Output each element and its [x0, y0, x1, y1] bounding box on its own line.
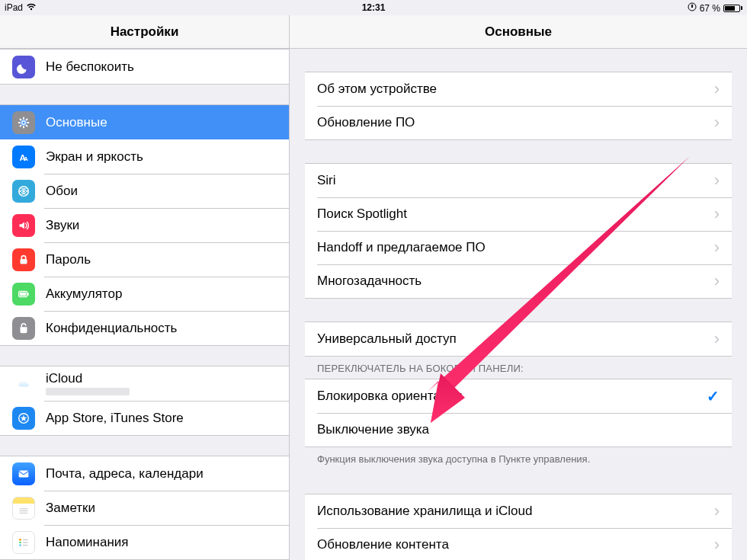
svg-text:A: A: [24, 155, 28, 162]
detail-row-label: Siri: [317, 173, 714, 188]
sidebar-item-label: Экран и яркость: [46, 149, 277, 165]
wifi-icon: [26, 2, 37, 13]
detail-row-multitasking[interactable]: Многозадачность›: [305, 264, 732, 298]
detail-row-label: Универсальный доступ: [317, 331, 714, 347]
chevron-right-icon: ›: [714, 238, 720, 258]
svg-rect-20: [27, 293, 29, 296]
sidebar-item-label: Конфиденциальность: [46, 321, 277, 336]
detail-row-label: Поиск Spotlight: [317, 206, 714, 222]
detail-pane: Основные Об этом устройстве›Обновление П…: [290, 15, 747, 560]
sidebar-item-label: Звуки: [46, 218, 277, 233]
chevron-right-icon: ›: [714, 79, 720, 99]
sidebar-item-general[interactable]: Основные: [0, 105, 289, 139]
chevron-right-icon: ›: [714, 329, 720, 349]
sidebar-item-wallpaper[interactable]: Обои: [0, 174, 289, 208]
svg-rect-24: [19, 470, 29, 477]
checkmark-icon: ✓: [707, 387, 720, 405]
lock-icon: [12, 248, 35, 271]
reminders-icon: [12, 531, 35, 554]
sidebar-item-notes[interactable]: Заметки: [0, 491, 289, 525]
detail-row-label: Блокировка ориентации: [317, 389, 707, 404]
status-time: 12:31: [362, 2, 386, 13]
sidebar-item-label: iCloud: [46, 372, 130, 386]
svg-rect-18: [21, 259, 27, 264]
sidebar-item-battery[interactable]: Аккумулятор: [0, 277, 289, 311]
sidebar-item-label: Обои: [46, 184, 277, 199]
detail-title: Основные: [290, 15, 747, 49]
battery-percentage: 67 %: [700, 3, 720, 14]
sidebar-item-sounds[interactable]: Звуки: [0, 208, 289, 242]
status-bar: iPad 12:31 67 %: [0, 0, 747, 15]
detail-row-label: Обновление контента: [317, 537, 714, 552]
detail-row-background_refresh[interactable]: Обновление контента›: [305, 528, 732, 560]
detail-row-storage[interactable]: Использование хранилища и iCloud›: [305, 494, 732, 528]
sidebar-item-label: Пароль: [46, 252, 277, 267]
display-icon: AA: [12, 146, 35, 168]
svg-point-28: [19, 539, 21, 541]
sidebar-item-mail[interactable]: Почта, адреса, календари: [0, 456, 289, 491]
chevron-right-icon: ›: [714, 535, 720, 555]
sidebar-item-icloud[interactable]: iCloud: [0, 366, 289, 401]
chevron-right-icon: ›: [714, 113, 720, 133]
appstore-icon: [12, 407, 35, 430]
wallpaper-icon: [12, 180, 35, 203]
sidebar-item-reminders[interactable]: Напоминания: [0, 525, 289, 559]
detail-row-mute[interactable]: Выключение звука: [305, 413, 732, 446]
sidebar-item-display[interactable]: AAЭкран и яркость: [0, 139, 289, 174]
gear-icon: [12, 111, 35, 134]
mail-icon: [12, 462, 35, 485]
battery-icon: [723, 5, 742, 12]
sidebar-item-label: Напоминания: [46, 535, 277, 550]
svg-point-29: [19, 541, 21, 543]
sidebar-item-label: Заметки: [46, 501, 277, 516]
battery-icon: [12, 283, 35, 306]
section-header-side-switch: ПЕРЕКЛЮЧАТЕЛЬ НА БОКОВОЙ ПАНЕЛИ:: [290, 357, 747, 379]
privacy-icon: [12, 317, 35, 340]
detail-row-about[interactable]: Об этом устройстве›: [305, 72, 732, 106]
detail-row-label: Выключение звука: [317, 422, 720, 437]
chevron-right-icon: ›: [714, 204, 720, 224]
detail-row-label: Многозадачность: [317, 274, 714, 289]
sidebar-item-label: App Store, iTunes Store: [46, 411, 277, 426]
sidebar-item-passcode[interactable]: Пароль: [0, 242, 289, 277]
sidebar-item-dnd[interactable]: Не беспокоить: [0, 50, 289, 84]
section-footer-side-switch: Функция выключения звука доступна в Пунк…: [290, 447, 747, 471]
detail-row-label: Об этом устройстве: [317, 82, 714, 97]
orientation-lock-icon: [688, 2, 697, 14]
sidebar-item-appstore[interactable]: App Store, iTunes Store: [0, 401, 289, 435]
detail-row-label: Обновление ПО: [317, 115, 714, 130]
sound-icon: [12, 214, 35, 237]
moon-icon: [12, 56, 35, 78]
sidebar-title: Настройки: [0, 15, 289, 49]
sidebar-item-sublabel: [46, 388, 130, 395]
detail-row-label: Использование хранилища и iCloud: [317, 504, 714, 519]
notes-icon: [12, 497, 35, 520]
chevron-right-icon: ›: [714, 171, 720, 190]
detail-row-label: Handoff и предлагаемое ПО: [317, 240, 714, 255]
sidebar-item-label: Основные: [46, 115, 277, 130]
detail-row-spotlight[interactable]: Поиск Spotlight›: [305, 197, 732, 231]
sidebar-scroll[interactable]: Не беспокоитьОсновныеAAЭкран и яркостьОб…: [0, 49, 289, 560]
detail-row-siri[interactable]: Siri›: [305, 164, 732, 197]
device-label: iPad: [5, 2, 23, 13]
detail-row-accessibility[interactable]: Универсальный доступ›: [305, 322, 732, 356]
chevron-right-icon: ›: [714, 271, 720, 291]
svg-rect-21: [20, 292, 26, 296]
detail-scroll[interactable]: Об этом устройстве›Обновление ПО›Siri›По…: [290, 49, 747, 560]
sidebar-item-label: Почта, адреса, календари: [46, 466, 277, 482]
cloud-icon: [12, 373, 35, 395]
detail-row-software_update[interactable]: Обновление ПО›: [305, 106, 732, 139]
detail-row-handoff[interactable]: Handoff и предлагаемое ПО›: [305, 231, 732, 264]
svg-point-30: [19, 544, 21, 546]
sidebar-item-label: Аккумулятор: [46, 286, 277, 302]
chevron-right-icon: ›: [714, 501, 720, 521]
settings-sidebar: Настройки Не беспокоитьОсновныеAAЭкран и…: [0, 15, 290, 560]
sidebar-item-privacy[interactable]: Конфиденциальность: [0, 311, 289, 345]
svg-point-15: [22, 190, 25, 193]
sidebar-item-label: Не беспокоить: [46, 59, 277, 75]
detail-row-lock_rotation[interactable]: Блокировка ориентации✓: [305, 379, 732, 413]
